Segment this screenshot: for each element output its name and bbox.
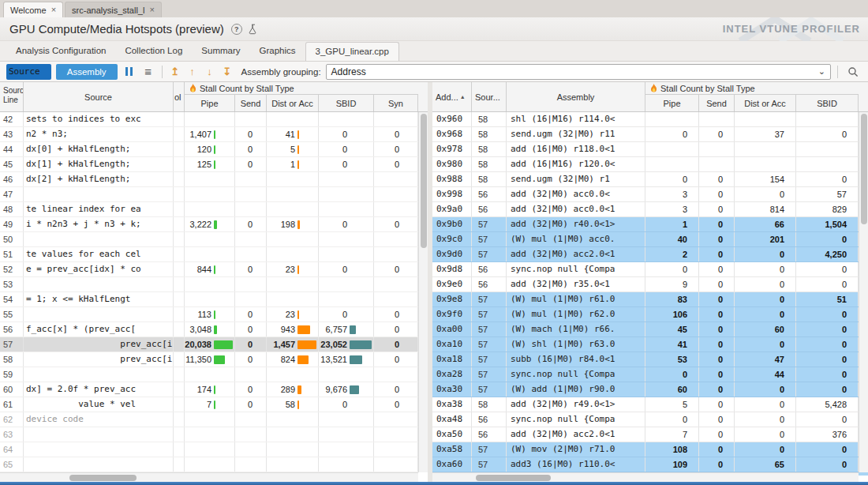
assembly-row[interactable]: 0xa5056add (32|M0) acc2.0<1700376: [432, 427, 868, 442]
col-header-pipe[interactable]: Pipe: [645, 95, 699, 111]
stall-cell: 66: [735, 217, 796, 231]
tab-summary[interactable]: Summary: [192, 42, 249, 61]
vertical-scrollbar[interactable]: [418, 112, 428, 472]
source-row[interactable]: 60dx] = 2.0f * prev_acc17402899,6760: [0, 382, 428, 397]
source-row[interactable]: 47: [0, 187, 428, 202]
assembly-row[interactable]: 0xa1857subb (16|M0) r84.0<1530470: [432, 352, 868, 367]
source-row[interactable]: 43n2 * n3;1,40704100: [0, 127, 428, 142]
assembly-row[interactable]: 0x99856add (32|M0) acc0.0<30057: [432, 187, 868, 202]
source-row[interactable]: 49i * n2n3 + j * n3 + k;3,222019800: [0, 217, 428, 232]
assembly-row[interactable]: 0xa4856sync.nop null {Compa0000: [432, 412, 868, 427]
tab-collection-log[interactable]: Collection Log: [115, 42, 192, 61]
source-row[interactable]: 44dx[0] + kHalfLength;1200500: [0, 142, 428, 157]
source-row[interactable]: 50: [0, 232, 428, 247]
scrollbar-thumb[interactable]: [69, 475, 137, 481]
address-cell: 0x998: [432, 187, 472, 201]
source-row[interactable]: 5511302300: [0, 307, 428, 322]
window-tab-welcome[interactable]: Welcome×: [3, 2, 63, 17]
assembly-row[interactable]: 0x96858send.ugm (32|M0) r1100370: [432, 127, 868, 142]
assembly-row[interactable]: 0x9d057add (32|M0) acc2.0<12004,250: [432, 247, 868, 262]
pause-icon[interactable]: [122, 65, 137, 79]
assembly-row[interactable]: 0xa0057(W) mach (1|M0) r66.450600: [432, 322, 868, 337]
assembly-row[interactable]: 0x96058shl (16|M16) r114.0<: [432, 112, 868, 127]
assembly-row[interactable]: 0xa2857sync.nop null {Compa00440: [432, 367, 868, 382]
source-row[interactable]: 64: [0, 442, 428, 457]
assembly-row[interactable]: 0x9a056add (32|M0) acc0.0<130814829: [432, 202, 868, 217]
col-header-partial[interactable]: ol: [174, 82, 185, 111]
col-header-send[interactable]: Send: [699, 95, 735, 111]
assembly-cell: add (16|M16) r120.0<: [507, 157, 645, 171]
assembly-row[interactable]: 0x9c057(W) mul (1|M0) acc0.4002010: [432, 232, 868, 247]
assembly-button[interactable]: Assembly: [56, 64, 118, 80]
jump-next-hotspot-icon[interactable]: ↓: [204, 66, 216, 77]
source-row[interactable]: 57 prev_acc[i20,03801,45723,0520: [0, 337, 428, 352]
help-icon[interactable]: ?: [231, 24, 242, 35]
assembly-row[interactable]: 0x98858send.ugm (32|M0) r1001540: [432, 172, 868, 187]
search-icon[interactable]: [844, 66, 862, 77]
scrollbar-thumb[interactable]: [861, 114, 867, 224]
tab-graphics[interactable]: Graphics: [250, 42, 305, 61]
bar-zone: [214, 187, 234, 201]
stall-cell: 5: [267, 142, 319, 156]
assembly-row[interactable]: 0x98058add (16|M16) r120.0<: [432, 157, 868, 172]
col-header-source-line[interactable]: Sour...: [472, 82, 507, 111]
tab-analysis-configuration[interactable]: Analysis Configuration: [6, 42, 115, 61]
source-row[interactable]: 48te linear index for ea: [0, 202, 428, 217]
assembly-row[interactable]: 0x9e056add (32|M0) r35.0<19000: [432, 277, 868, 292]
source-row[interactable]: 63: [0, 427, 428, 442]
col-header-address[interactable]: Add...▲: [432, 82, 472, 111]
assembly-row[interactable]: 0x9d856sync.nop null {Compa0000: [432, 262, 868, 277]
source-row[interactable]: 65: [0, 457, 428, 472]
assembly-row[interactable]: 0xa3057(W) add (1|M0) r90.060000: [432, 382, 868, 397]
source-row[interactable]: 61 value * vel705800: [0, 397, 428, 412]
source-row[interactable]: 54= 1; x <= kHalfLengt: [0, 292, 428, 307]
assembly-row[interactable]: 0x9f057(W) mul (1|M0) r62.0106000: [432, 307, 868, 322]
source-row[interactable]: 53: [0, 277, 428, 292]
col-header-pipe[interactable]: Pipe: [185, 95, 235, 111]
preview-flask-icon[interactable]: [249, 24, 258, 35]
jump-first-hotspot-icon[interactable]: ↥: [169, 66, 181, 77]
col-header-syn[interactable]: Syn: [374, 95, 418, 111]
assembly-row[interactable]: 0x9b057add (32|M0) r40.0<1>10661,504: [432, 217, 868, 232]
col-header-dist-or-acc[interactable]: Dist or Acc: [735, 95, 796, 111]
source-row[interactable]: 56f_acc[x] * (prev_acc[3,04809436,7570: [0, 322, 428, 337]
assembly-row[interactable]: 0x97858add (16|M0) r118.0<1: [432, 142, 868, 157]
menu-icon[interactable]: ≡: [141, 65, 155, 79]
assembly-row[interactable]: 0xa6057add3 (16|M0) r110.0<1090650: [432, 457, 868, 472]
col-header-source[interactable]: Source: [24, 82, 174, 111]
assembly-row[interactable]: 0xa5857(W) mov (2|M0) r71.0108000: [432, 442, 868, 457]
bar-zone: [255, 157, 266, 171]
vertical-scrollbar[interactable]: [859, 112, 868, 472]
col-header-sbid[interactable]: SBID: [796, 95, 859, 111]
source-row[interactable]: 59: [0, 367, 428, 382]
source-row[interactable]: 52e = prev_acc[idx] * co84402300: [0, 262, 428, 277]
stall-bar: [214, 130, 215, 139]
col-header-assembly[interactable]: Assembly: [507, 82, 645, 111]
source-row[interactable]: 46dx[2] + kHalfLength;: [0, 172, 428, 187]
stall-cell: [267, 442, 319, 457]
source-row[interactable]: 62device code: [0, 412, 428, 427]
jump-prev-hotspot-icon[interactable]: ↑: [186, 66, 199, 77]
col-header-send[interactable]: Send: [235, 95, 267, 111]
col-header-source-line[interactable]: Source▲ Line: [0, 82, 24, 111]
horizontal-scrollbar[interactable]: [432, 472, 859, 482]
window-tab-src-analysis-stall-l[interactable]: src-analysis_stall_l×: [65, 2, 162, 17]
horizontal-scrollbar[interactable]: [0, 472, 418, 482]
col-header-dist-or-acc[interactable]: Dist or Acc: [267, 95, 319, 111]
source-row[interactable]: 45dx[1] + kHalfLength;1250100: [0, 157, 428, 172]
assembly-row[interactable]: 0x9e857(W) mul (1|M0) r61.0830051: [432, 292, 868, 307]
col-header-sbid[interactable]: SBID: [319, 95, 374, 111]
source-row[interactable]: 51te values for each cel: [0, 247, 428, 262]
close-icon[interactable]: ×: [149, 6, 154, 14]
assembly-grouping-select[interactable]: Address ⌄: [326, 64, 831, 80]
source-button[interactable]: Source: [6, 64, 51, 80]
jump-last-hotspot-icon[interactable]: ↧: [221, 66, 234, 77]
scrollbar-thumb[interactable]: [421, 114, 427, 248]
scrollbar-thumb[interactable]: [476, 475, 551, 481]
source-row[interactable]: 42sets to indices to exc: [0, 112, 428, 127]
close-icon[interactable]: ×: [51, 6, 56, 14]
assembly-row[interactable]: 0xa3858add (32|M0) r49.0<1>5005,428: [432, 397, 868, 412]
assembly-row[interactable]: 0xa1057(W) shl (1|M0) r63.041000: [432, 337, 868, 352]
tab-3-gpu-linear-cpp[interactable]: 3_GPU_linear.cpp: [305, 42, 399, 61]
source-row[interactable]: 58 prev_acc[i11,350082413,5210: [0, 352, 428, 367]
